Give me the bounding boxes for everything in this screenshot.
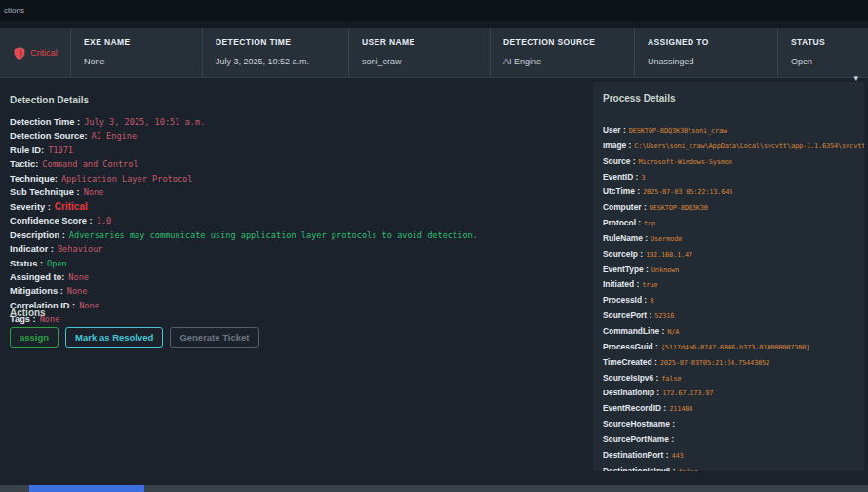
header-col-label: ASSIGNED TO: [648, 37, 777, 47]
field-value: true: [642, 281, 657, 289]
field-label: CommandLine :: [603, 326, 664, 336]
field-value: {5117d4a6-0747-6866-b373-010000007300}: [661, 344, 810, 351]
header-col-detection-source: DETECTION SOURCEAI Engine: [490, 28, 634, 77]
field-value: None: [67, 286, 88, 296]
field-label: Source :: [603, 156, 636, 166]
header-col-label: DETECTION SOURCE: [503, 37, 634, 47]
field-label: DestinationPort :: [603, 450, 668, 460]
detection-details-panel: Detection Details Detection Time :July 3…: [10, 95, 583, 326]
field-value: AI Engine: [92, 131, 138, 141]
detail-row: Initiated :true: [603, 276, 854, 292]
field-value: 172.67.173.97: [662, 390, 713, 397]
field-value: 2025-07-03 05:22:13.645: [643, 188, 732, 196]
field-label: Status :: [10, 259, 43, 268]
detail-row: UtcTime :2025-07-03 05:22:13.645: [603, 184, 854, 199]
field-label: Sub Technique :: [10, 187, 80, 197]
field-value: C:\Users\soni_craw\AppData\Local\svcvtt\…: [634, 143, 864, 150]
detail-row: Severity :Critical: [10, 199, 583, 213]
field-label: Detection Source:: [10, 131, 88, 141]
detail-row: EventID :3: [603, 169, 854, 184]
field-label: UtcTime :: [603, 186, 640, 196]
horizontal-scrollbar-track[interactable]: [0, 485, 868, 492]
field-label: ProcessGuid :: [603, 342, 658, 351]
field-label: Severity :: [10, 202, 51, 212]
field-label: EventType :: [603, 265, 649, 274]
header-col-exe-name: EXE NAMENone: [70, 28, 202, 77]
field-label: Description :: [10, 230, 65, 240]
field-value: Microsoft-Windows-Sysmon: [639, 158, 732, 166]
actions-button-row: assignMark as ResolvedGenerate Ticket: [10, 327, 259, 348]
field-value: Open: [47, 259, 67, 268]
detail-row: Source :Microsoft-Windows-Sysmon: [603, 153, 854, 169]
header-col-label: USER NAME: [362, 37, 490, 47]
shield-icon: [13, 46, 26, 61]
detail-row: Confidence Score :1.0: [10, 213, 583, 226]
field-label: Confidence Score :: [10, 216, 93, 226]
field-value: 443: [671, 452, 683, 460]
detail-row: EventType :Unknown: [603, 262, 854, 277]
detail-row: CommandLine :N/A: [603, 323, 854, 339]
detail-row: ProcessId :0: [603, 292, 854, 308]
field-value: Application Layer Protocol: [61, 174, 193, 184]
severity-badge-label: Critical: [30, 48, 58, 58]
field-value: 52316: [654, 312, 674, 320]
header-col-user-name: USER NAMEsoni_craw: [348, 28, 490, 77]
detail-row: Detection Time :July 3, 2025, 10:51 a.m.: [10, 114, 583, 128]
detail-row: Tactic:Command and Control: [10, 156, 583, 170]
field-label: SourceIsIpv6 :: [603, 373, 658, 383]
field-value: false: [678, 468, 697, 471]
field-value: July 3, 2025, 10:51 a.m.: [84, 117, 205, 127]
field-value: Critical: [55, 201, 88, 212]
field-value: None: [84, 187, 104, 197]
detail-row: Image :C:\Users\soni_craw\AppData\Local\…: [603, 138, 854, 153]
header-col-value: soni_craw: [362, 57, 490, 66]
field-label: SourcePort :: [603, 310, 651, 320]
detail-row: SourceHostname :: [603, 416, 854, 431]
field-label: Detection Time :: [10, 117, 80, 127]
process-details-panel: Process Details User :DESKTOP-8DQ3K30\so…: [593, 82, 864, 471]
field-label: Image :: [603, 141, 631, 150]
field-label: Technique:: [10, 174, 58, 184]
window-top-bar: ctions: [0, 0, 868, 21]
detail-row: SourcePortName :: [603, 431, 854, 447]
detection-details-rows: Detection Time :July 3, 2025, 10:51 a.m.…: [10, 114, 583, 326]
field-value: Usermode: [651, 235, 682, 243]
header-col-value: None: [84, 57, 202, 66]
header-col-value: Unassinged: [648, 57, 777, 66]
detail-row: DestinationIp :172.67.173.97: [603, 385, 854, 400]
detail-row: Detection Source:AI Engine: [10, 128, 583, 142]
generate-ticket-button[interactable]: Generate Ticket: [170, 327, 258, 348]
field-label: EventID :: [603, 172, 638, 182]
top-bar-divider: [0, 21, 868, 28]
detail-row: User :DESKTOP-8DQ3K30\soni_craw: [603, 122, 854, 138]
detail-row: TimeCreated :2025-07-03T05:21:34.7544305…: [603, 354, 854, 370]
field-value: 211404: [669, 405, 692, 413]
field-label: Mitigations :: [10, 286, 63, 296]
field-value: Unknown: [651, 266, 679, 274]
detail-row: Mitigations :None: [10, 283, 583, 297]
top-bar-text: ctions: [4, 6, 24, 15]
detail-row: Protocol :tcp: [603, 215, 854, 230]
field-label: Indicator :: [10, 244, 54, 254]
detail-row: SourceIsIpv6 :false: [603, 370, 854, 386]
header-col-assigned-to: ASSIGNED TOUnassinged: [634, 28, 777, 77]
horizontal-scrollbar-thumb[interactable]: [29, 485, 144, 492]
detail-row: Rule ID:T1071: [10, 143, 583, 156]
field-value: tcp: [644, 220, 655, 227]
detail-row: Sub Technique :None: [10, 184, 583, 198]
assign-button[interactable]: assign: [10, 327, 59, 348]
detail-row: Status :Open: [10, 256, 583, 269]
mark-as-resolved-button[interactable]: Mark as Resolved: [65, 327, 163, 348]
field-value: Command and Control: [42, 159, 138, 169]
header-col-label: EXE NAME: [84, 37, 202, 47]
field-value: T1071: [48, 145, 73, 155]
detail-row: DestinationPort :443: [603, 447, 854, 463]
field-value: 2025-07-03T05:21:34.7544305Z: [660, 359, 769, 367]
field-label: Assinged to:: [10, 272, 64, 282]
severity-badge: Critical: [0, 28, 70, 77]
field-label: SourceIp :: [603, 249, 643, 259]
field-value: None: [68, 272, 89, 282]
detection-detail-page: { "top_bar": { "text": "ctions" }, "head…: [0, 0, 868, 492]
header-col-status: STATUSOpen: [777, 28, 868, 77]
detail-row: DestinationIsIpv6 :false: [603, 463, 854, 471]
